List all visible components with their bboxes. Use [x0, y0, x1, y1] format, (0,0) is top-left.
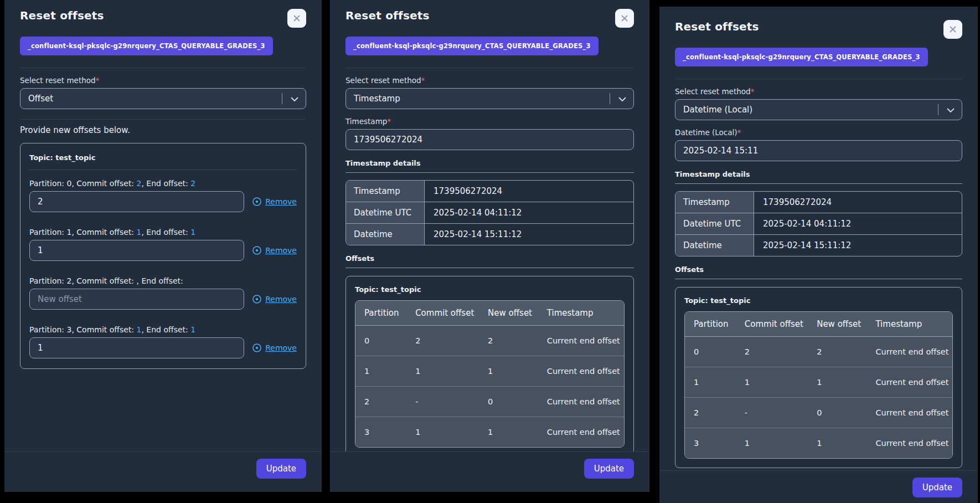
modal-footer: Update — [659, 470, 978, 503]
table-row: 3 1 1 Current end offset — [355, 417, 624, 447]
divider — [675, 79, 962, 79]
divider — [20, 119, 306, 120]
reset-method-label: Select reset method* — [20, 76, 306, 85]
topic-label: Topic: test_topic — [355, 285, 625, 294]
partition-row: Partition: 0, Commit offset: 2, End offs… — [29, 179, 297, 212]
reset-offsets-modal-timestamp: Reset offsets _confluent-ksql-pksqlc-g29… — [330, 0, 649, 492]
datetime-input[interactable] — [675, 140, 962, 161]
partition-label: Partition: 2, Commit offset: , End offse… — [29, 276, 297, 285]
offsets-title: Offsets — [675, 265, 962, 274]
chevron-down-icon — [618, 97, 626, 102]
offsets-box: Topic: test_topic Partition Commit offse… — [675, 287, 962, 468]
required-asterisk: * — [96, 76, 100, 85]
table-row: Datetime UTC 2025-02-14 04:11:12 — [675, 213, 962, 234]
required-asterisk: * — [737, 128, 741, 137]
timestamp-input[interactable] — [345, 129, 634, 150]
partition-row: Partition: 2, Commit offset: , End offse… — [29, 276, 297, 310]
table-row: 0 2 2 Current end offset — [355, 326, 624, 356]
reset-method-label: Select reset method* — [675, 87, 962, 96]
divider — [675, 279, 962, 279]
partition-row: Partition: 1, Commit offset: 1, End offs… — [29, 228, 297, 261]
partition-label: Partition: 1, Commit offset: 1, End offs… — [29, 228, 297, 237]
modal-footer: Update — [4, 451, 322, 492]
table-row: Datetime 2025-02-14 15:11:12 — [346, 223, 633, 245]
table-row: Datetime 2025-02-14 15:11:12 — [675, 234, 962, 256]
topic-label: Topic: test_topic — [684, 296, 953, 305]
update-button[interactable]: Update — [912, 478, 962, 497]
select-value: Offset — [28, 94, 53, 104]
table-row: 2 - 0 Current end offset — [355, 386, 624, 417]
divider — [345, 68, 634, 68]
remove-link[interactable]: Remove — [252, 343, 297, 353]
partition-row: Partition: 3, Commit offset: 1, End offs… — [29, 325, 297, 358]
reset-method-select[interactable]: Timestamp — [345, 88, 634, 109]
table-row: 3 1 1 Current end offset — [685, 428, 952, 458]
offset-input[interactable] — [29, 191, 244, 212]
page-title: Reset offsets — [675, 20, 759, 33]
remove-icon — [252, 245, 262, 255]
remove-link[interactable]: Remove — [252, 294, 297, 304]
table-row: 1 1 1 Current end offset — [685, 367, 952, 397]
close-icon — [948, 25, 957, 34]
modal-header: Reset offsets — [675, 20, 962, 39]
screenshot-canvas: Reset offsets _confluent-ksql-pksqlc-g29… — [0, 0, 980, 503]
offset-input[interactable] — [29, 240, 244, 261]
modal-footer: Update — [330, 451, 649, 492]
chevron-down-icon — [947, 108, 955, 113]
remove-icon — [252, 343, 262, 353]
datetime-field-label: Datetime (Local)* — [675, 128, 962, 137]
table-row: 0 2 2 Current end offset — [685, 337, 952, 367]
offset-input[interactable] — [29, 289, 244, 310]
page-title: Reset offsets — [345, 9, 430, 22]
partition-label: Partition: 3, Commit offset: 1, End offs… — [29, 325, 297, 334]
close-icon — [620, 14, 629, 23]
table-row: 1 1 1 Current end offset — [355, 356, 624, 386]
offsets-table: Partition Commit offset New offset Times… — [355, 300, 625, 448]
remove-icon — [252, 197, 262, 207]
select-separator — [282, 93, 282, 104]
consumer-group-badge: _confluent-ksql-pksqlc-g29nrquery_CTAS_Q… — [20, 37, 273, 55]
timestamp-details-title: Timestamp details — [345, 159, 634, 167]
reset-method-label: Select reset method* — [345, 76, 634, 85]
remove-icon — [252, 294, 262, 304]
timestamp-details-title: Timestamp details — [675, 170, 962, 178]
required-asterisk: * — [421, 76, 425, 85]
update-button[interactable]: Update — [584, 459, 634, 479]
divider — [345, 268, 634, 268]
timestamp-details-table: Timestamp 1739506272024 Datetime UTC 202… — [675, 191, 962, 256]
reset-method-select[interactable]: Offset — [20, 88, 306, 109]
table-row: 2 - 0 Current end offset — [685, 397, 952, 428]
offsets-table: Partition Commit offset New offset Times… — [684, 311, 953, 459]
consumer-group-badge: _confluent-ksql-pksqlc-g29nrquery_CTAS_Q… — [345, 37, 599, 55]
timestamp-field-label: Timestamp* — [345, 117, 634, 126]
partition-label: Partition: 0, Commit offset: 2, End offs… — [29, 179, 297, 188]
close-button[interactable] — [943, 20, 962, 39]
close-button[interactable] — [287, 9, 306, 28]
modal-header: Reset offsets — [345, 9, 634, 28]
topic-offsets-box: Topic: test_topic Partition: 0, Commit o… — [20, 143, 306, 369]
offsets-box: Topic: test_topic Partition Commit offse… — [345, 276, 634, 457]
modal-header: Reset offsets — [20, 9, 306, 28]
chevron-down-icon — [291, 97, 298, 102]
update-button[interactable]: Update — [256, 459, 306, 479]
table-header-row: Partition Commit offset New offset Times… — [355, 301, 624, 326]
reset-offsets-modal-datetime-local: Reset offsets _confluent-ksql-pksqlc-g29… — [659, 7, 978, 503]
table-header-row: Partition Commit offset New offset Times… — [685, 312, 952, 337]
reset-method-select[interactable]: Datetime (Local) — [675, 99, 962, 120]
close-button[interactable] — [615, 9, 634, 28]
select-value: Datetime (Local) — [683, 105, 752, 115]
instruction-text: Provide new offsets below. — [20, 125, 306, 135]
required-asterisk: * — [751, 87, 755, 96]
remove-link[interactable]: Remove — [252, 245, 297, 255]
remove-link[interactable]: Remove — [252, 197, 297, 207]
select-separator — [938, 104, 938, 115]
select-value: Timestamp — [354, 94, 400, 104]
divider — [345, 172, 634, 173]
divider — [20, 68, 306, 68]
reset-offsets-modal-offset: Reset offsets _confluent-ksql-pksqlc-g29… — [4, 0, 322, 492]
table-row: Timestamp 1739506272024 — [346, 181, 633, 202]
offset-input[interactable] — [29, 337, 244, 358]
table-row: Datetime UTC 2025-02-14 04:11:12 — [346, 202, 633, 223]
consumer-group-badge: _confluent-ksql-pksqlc-g29nrquery_CTAS_Q… — [675, 48, 928, 66]
divider — [675, 183, 962, 184]
